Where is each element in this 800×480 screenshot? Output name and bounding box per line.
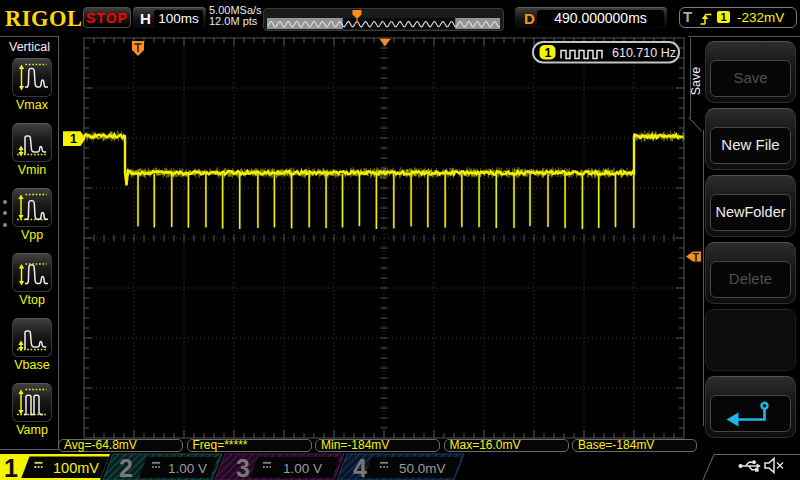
svg-text:3: 3 <box>236 454 250 480</box>
svg-text:4: 4 <box>353 454 367 480</box>
svg-text:1.00 V: 1.00 V <box>283 461 322 476</box>
svg-text:1: 1 <box>70 132 77 146</box>
svg-text:610.710 Hz: 610.710 Hz <box>612 46 676 60</box>
svg-text:50.0mV: 50.0mV <box>399 461 446 476</box>
svg-text:100mV: 100mV <box>53 460 99 476</box>
svg-text:1.00 V: 1.00 V <box>168 461 207 476</box>
svg-text:2: 2 <box>119 454 133 480</box>
svg-text:T: T <box>693 251 700 263</box>
svg-text:1: 1 <box>4 454 18 480</box>
svg-text:1: 1 <box>545 46 552 60</box>
